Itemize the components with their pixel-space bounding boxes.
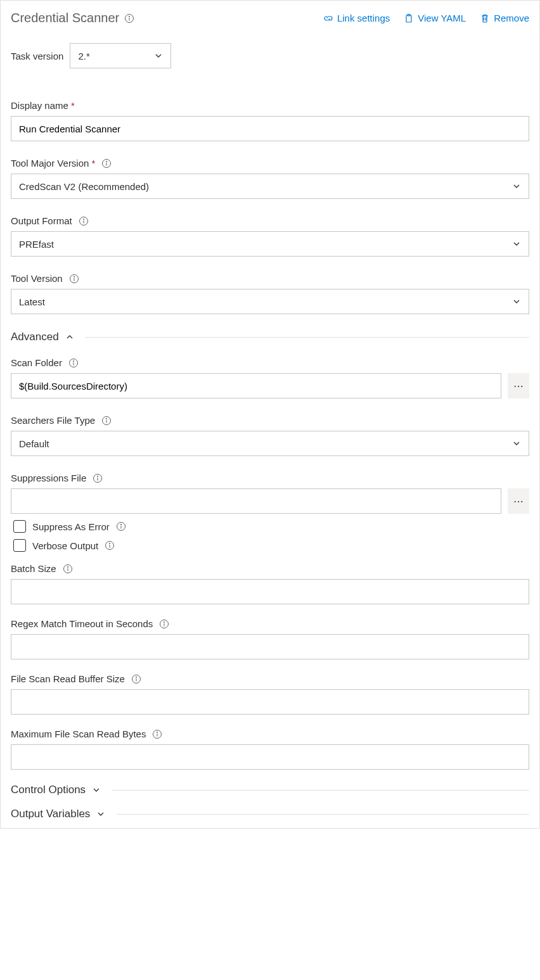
section-control-options[interactable]: Control Options — [11, 784, 529, 796]
trash-icon — [480, 13, 490, 23]
info-icon[interactable] — [93, 473, 103, 483]
info-icon[interactable] — [69, 274, 79, 284]
svg-point-21 — [98, 476, 98, 476]
regex-timeout-field: Regex Match Timeout in Seconds — [11, 618, 529, 659]
tool-version-label: Tool Version — [11, 273, 63, 284]
task-version-row: Task version 2.* — [11, 43, 529, 68]
max-read-bytes-label: Maximum File Scan Read Bytes — [11, 729, 146, 739]
tool-major-version-select[interactable]: CredScan V2 (Recommended) — [11, 174, 529, 199]
info-icon[interactable] — [105, 540, 115, 550]
chevron-down-icon — [512, 439, 521, 448]
tool-major-version-field: Tool Major Version* CredScan V2 (Recomme… — [11, 158, 529, 199]
section-output-variables[interactable]: Output Variables — [11, 808, 529, 820]
batch-size-field: Batch Size — [11, 563, 529, 604]
display-name-label: Display name* — [11, 100, 75, 111]
searchers-file-type-label: Searchers File Type — [11, 415, 95, 426]
task-version-select[interactable]: 2.* — [70, 43, 171, 68]
title-wrap: Credential Scanner — [11, 11, 134, 25]
verbose-output-row: Verbose Output — [13, 539, 529, 552]
suppressions-file-browse-button[interactable]: ⋯ — [508, 488, 529, 514]
info-icon[interactable] — [159, 619, 169, 629]
batch-size-input[interactable] — [11, 579, 529, 604]
svg-point-18 — [106, 418, 107, 419]
svg-point-33 — [164, 621, 165, 622]
chevron-down-icon — [512, 297, 521, 306]
output-format-select[interactable]: PREfast — [11, 231, 529, 257]
svg-point-27 — [110, 543, 110, 544]
ellipsis-icon: ⋯ — [513, 495, 524, 507]
scan-folder-label: Scan Folder — [11, 357, 62, 368]
file-buffer-field: File Scan Read Buffer Size — [11, 673, 529, 715]
suppressions-file-field: Suppressions File ⋯ — [11, 473, 529, 514]
svg-point-30 — [67, 566, 68, 567]
tool-version-field: Tool Version Latest — [11, 273, 529, 314]
suppress-as-error-row: Suppress As Error — [13, 520, 529, 533]
header-actions: Link settings View YAML Remove — [323, 13, 529, 23]
chevron-down-icon — [154, 51, 163, 60]
suppress-as-error-checkbox[interactable] — [13, 520, 26, 533]
svg-point-15 — [73, 360, 74, 361]
task-version-label: Task version — [11, 51, 63, 61]
panel-header: Credential Scanner Link settings View YA… — [11, 11, 529, 25]
searchers-file-type-field: Searchers File Type Default — [11, 415, 529, 456]
section-advanced[interactable]: Advanced — [11, 331, 529, 343]
output-format-label: Output Format — [11, 215, 72, 226]
svg-point-6 — [106, 161, 107, 162]
chevron-down-icon — [92, 786, 101, 794]
chevron-down-icon — [512, 239, 521, 248]
verbose-output-label: Verbose Output — [32, 540, 98, 551]
output-format-field: Output Format PREfast — [11, 215, 529, 257]
tool-version-select[interactable]: Latest — [11, 289, 529, 314]
regex-timeout-input[interactable] — [11, 634, 529, 659]
info-icon[interactable] — [124, 13, 134, 23]
svg-point-24 — [120, 524, 121, 525]
scan-folder-input[interactable] — [11, 373, 501, 398]
scan-folder-field: Scan Folder ⋯ — [11, 357, 529, 398]
suppressions-file-label: Suppressions File — [11, 473, 86, 483]
info-icon[interactable] — [116, 521, 126, 531]
batch-size-label: Batch Size — [11, 563, 56, 574]
suppressions-file-input[interactable] — [11, 488, 501, 514]
info-icon[interactable] — [63, 564, 73, 574]
chevron-up-icon — [65, 333, 74, 341]
chevron-down-icon — [96, 810, 105, 818]
task-config-panel: Credential Scanner Link settings View YA… — [0, 0, 540, 829]
view-yaml-button[interactable]: View YAML — [404, 13, 466, 23]
regex-timeout-label: Regex Match Timeout in Seconds — [11, 618, 153, 629]
svg-point-36 — [136, 677, 136, 677]
info-icon[interactable] — [131, 674, 141, 684]
panel-title: Credential Scanner — [11, 11, 119, 25]
scan-folder-browse-button[interactable]: ⋯ — [508, 373, 529, 398]
svg-point-39 — [157, 732, 158, 732]
verbose-output-checkbox[interactable] — [13, 539, 26, 552]
file-buffer-input[interactable] — [11, 689, 529, 715]
suppress-as-error-label: Suppress As Error — [32, 521, 110, 532]
file-buffer-label: File Scan Read Buffer Size — [11, 673, 125, 684]
display-name-input[interactable] — [11, 116, 529, 141]
svg-point-12 — [74, 276, 74, 277]
info-icon[interactable] — [68, 358, 79, 368]
svg-point-9 — [83, 219, 84, 219]
info-icon[interactable] — [101, 158, 112, 169]
svg-rect-3 — [406, 15, 411, 22]
ellipsis-icon: ⋯ — [513, 380, 524, 392]
svg-point-1 — [129, 16, 130, 16]
tool-major-version-label: Tool Major Version* — [11, 158, 95, 169]
max-read-bytes-field: Maximum File Scan Read Bytes — [11, 729, 529, 770]
max-read-bytes-input[interactable] — [11, 744, 529, 770]
link-settings-button[interactable]: Link settings — [323, 13, 390, 23]
info-icon[interactable] — [101, 416, 112, 426]
display-name-field: Display name* — [11, 100, 529, 141]
info-icon[interactable] — [79, 216, 89, 226]
clipboard-icon — [404, 13, 414, 23]
remove-button[interactable]: Remove — [480, 13, 529, 23]
chevron-down-icon — [512, 182, 521, 191]
searchers-file-type-select[interactable]: Default — [11, 431, 529, 456]
info-icon[interactable] — [152, 729, 162, 739]
link-icon — [323, 13, 333, 23]
